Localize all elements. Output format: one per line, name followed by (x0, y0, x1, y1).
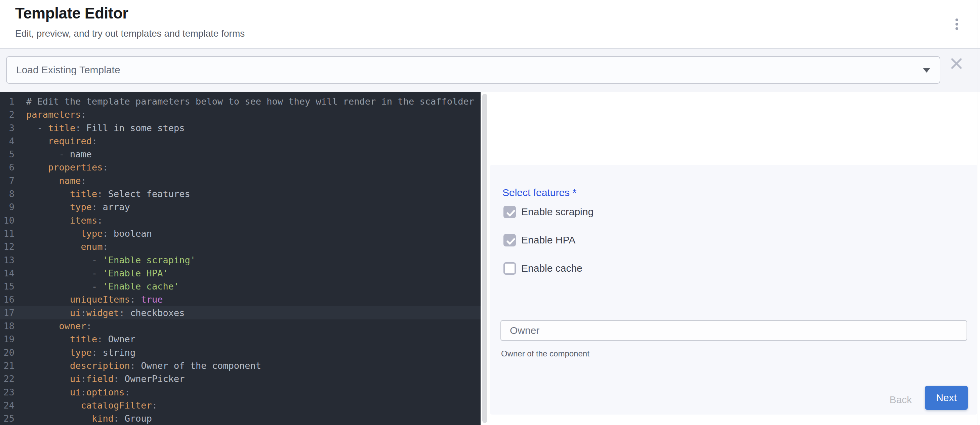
code-line-15: 15 - 'Enable cache' (0, 280, 480, 293)
line-number: 9 (0, 201, 14, 213)
code-line-2: 2parameters: (0, 108, 480, 121)
check-icon (505, 207, 516, 218)
editor-resize-handle[interactable] (482, 94, 487, 423)
code-line-8: 8 title: Select features (0, 187, 480, 201)
line-number: 11 (0, 227, 14, 240)
required-asterisk: * (572, 187, 576, 198)
line-number: 1 (0, 95, 14, 108)
form-card: Select features * Enable scraping Enable (490, 165, 977, 415)
line-number: 25 (0, 412, 14, 425)
code-line-17: 17 ui:widget: checkboxes (0, 306, 480, 320)
code-line-22: 22 ui:field: OwnerPicker (0, 372, 480, 385)
template-editor-page: Template Editor Edit, preview, and try o… (0, 0, 980, 425)
checkbox-box (503, 206, 516, 218)
code-line-16: 16 uniqueItems: true (0, 293, 480, 306)
code-line-13: 13 - 'Enable scraping' (0, 253, 480, 267)
code-line-4: 4 required: (0, 134, 480, 148)
yaml-code-editor[interactable]: 1# Edit the template parameters below to… (0, 92, 480, 425)
code-line-25: 25 kind: Group (0, 412, 480, 425)
code-line-12: 12 enum: (0, 240, 480, 253)
line-number: 3 (0, 121, 14, 134)
owner-helper-text: Owner of the component (501, 349, 589, 358)
code-line-24: 24 catalogFilter: (0, 399, 480, 412)
line-number: 13 (0, 253, 14, 267)
checkbox-enable-hpa[interactable]: Enable HPA (503, 234, 575, 247)
caret-down-icon (923, 68, 930, 73)
line-number: 14 (0, 267, 14, 280)
close-button[interactable] (948, 56, 964, 72)
code-line-10: 10 items: (0, 214, 480, 227)
page-title: Template Editor (15, 4, 128, 22)
code-line-23: 23 ui:options: (0, 386, 480, 399)
line-number: 20 (0, 346, 14, 359)
line-number: 2 (0, 108, 14, 121)
line-number: 12 (0, 240, 14, 253)
checkbox-enable-cache[interactable]: Enable cache (503, 262, 582, 275)
code-line-21: 21 description: Owner of the component (0, 359, 480, 372)
owner-input[interactable]: Owner (500, 320, 967, 341)
line-number: 4 (0, 134, 14, 148)
line-number: 16 (0, 293, 14, 306)
code-line-18: 18 owner: (0, 320, 480, 333)
back-button[interactable]: Back (884, 389, 918, 411)
page-right-border (978, 0, 978, 425)
checkbox-box (503, 262, 516, 275)
check-icon (505, 236, 516, 247)
select-features-label: Select features * (503, 187, 576, 198)
line-number: 10 (0, 214, 14, 227)
checkbox-label: Enable scraping (521, 206, 593, 218)
owner-input-value: Owner (510, 325, 539, 336)
page-subtitle: Edit, preview, and try out templates and… (15, 28, 245, 39)
code-line-20: 20 type: string (0, 346, 480, 359)
load-existing-template-select[interactable]: Load Existing Template (6, 56, 940, 84)
code-lines: 1# Edit the template parameters below to… (0, 92, 480, 425)
code-line-1: 1# Edit the template parameters below to… (0, 95, 480, 108)
checkbox-label: Enable cache (521, 263, 582, 274)
select-value: Load Existing Template (16, 64, 120, 76)
kebab-vertical-icon (956, 23, 958, 25)
load-template-toolbar: Load Existing Template (0, 49, 980, 92)
checkbox-box (503, 234, 516, 247)
more-options-button[interactable] (949, 15, 964, 33)
next-button[interactable]: Next (925, 386, 968, 410)
code-line-7: 7 name: (0, 174, 480, 187)
code-line-3: 3 - title: Fill in some steps (0, 121, 480, 134)
template-preview-panel: 1 2 3 Fill in some steps Choose a locati… (487, 92, 980, 425)
line-number: 22 (0, 372, 14, 385)
code-line-19: 19 title: Owner (0, 333, 480, 345)
line-number: 18 (0, 320, 14, 333)
checkbox-label: Enable HPA (521, 234, 575, 246)
line-number: 21 (0, 359, 14, 372)
kebab-vertical-icon (956, 27, 958, 30)
line-number: 23 (0, 386, 14, 399)
line-number: 19 (0, 333, 14, 345)
line-number: 5 (0, 148, 14, 161)
kebab-vertical-icon (956, 19, 958, 21)
code-line-14: 14 - 'Enable HPA' (0, 267, 480, 280)
code-line-5: 5 - name (0, 148, 480, 161)
code-line-6: 6 properties: (0, 161, 480, 174)
line-number: 15 (0, 280, 14, 293)
line-number: 7 (0, 174, 14, 187)
line-number: 17 (0, 306, 14, 320)
checkbox-enable-scraping[interactable]: Enable scraping (503, 205, 593, 218)
code-line-11: 11 type: boolean (0, 227, 480, 240)
x-icon (948, 56, 964, 72)
code-line-9: 9 type: array (0, 201, 480, 213)
line-number: 6 (0, 161, 14, 174)
line-number: 24 (0, 399, 14, 412)
line-number: 8 (0, 187, 14, 201)
